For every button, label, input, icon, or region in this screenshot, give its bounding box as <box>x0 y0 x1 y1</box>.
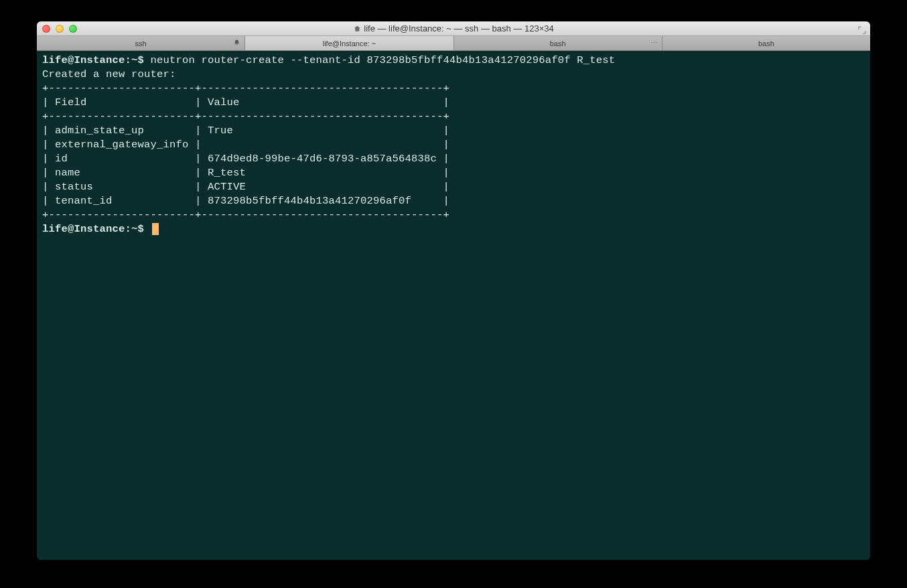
tab-label: bash <box>758 40 774 48</box>
tab-ssh[interactable]: ssh <box>37 36 245 50</box>
ellipsis-icon: ⋯ <box>650 39 658 48</box>
tab-bash-2[interactable]: bash <box>662 36 870 50</box>
table-row: | external_gateway_info | | <box>42 139 449 151</box>
response-header: Created a new router: <box>42 68 176 80</box>
zoom-button[interactable] <box>69 25 77 33</box>
tabbar: ssh life@Instance: ~ bash ⋯ bash <box>37 36 870 51</box>
tab-bash-1[interactable]: bash ⋯ <box>454 36 662 50</box>
table-row: | admin_state_up | True | <box>42 125 449 137</box>
tab-label: bash <box>550 40 566 48</box>
tab-label: life@Instance: ~ <box>323 40 376 48</box>
command-text: neutron router-create --tenant-id 873298… <box>151 54 616 66</box>
window-title: life — life@Instance: ~ — ssh — bash — 1… <box>353 23 553 33</box>
tab-label: ssh <box>135 40 147 48</box>
window-title-text: life — life@Instance: ~ — ssh — bash — 1… <box>364 23 553 33</box>
table-border: +-----------------------+---------------… <box>42 82 449 94</box>
bell-icon <box>233 39 240 48</box>
close-button[interactable] <box>42 25 50 33</box>
expand-icon[interactable] <box>858 25 866 33</box>
shell-prompt: life@Instance:~$ <box>42 223 144 235</box>
terminal-output[interactable]: life@Instance:~$ neutron router-create -… <box>37 51 870 560</box>
table-row: | name | R_test | <box>42 167 449 179</box>
traffic-lights <box>42 25 77 33</box>
table-row: | status | ACTIVE | <box>42 181 449 193</box>
minimize-button[interactable] <box>56 25 64 33</box>
cursor <box>152 223 159 235</box>
home-icon <box>353 25 361 33</box>
shell-prompt: life@Instance:~$ <box>42 54 144 66</box>
tab-life-instance[interactable]: life@Instance: ~ <box>245 36 454 50</box>
table-row: | id | 674d9ed8-99be-47d6-8793-a857a5648… <box>42 153 449 165</box>
terminal-window: life — life@Instance: ~ — ssh — bash — 1… <box>37 21 870 560</box>
table-border: +-----------------------+---------------… <box>42 209 449 221</box>
titlebar: life — life@Instance: ~ — ssh — bash — 1… <box>37 21 870 36</box>
table-border: +-----------------------+---------------… <box>42 111 449 123</box>
table-header: | Field | Value | <box>42 96 449 108</box>
table-row: | tenant_id | 873298b5fbff44b4b13a412702… <box>42 195 449 207</box>
